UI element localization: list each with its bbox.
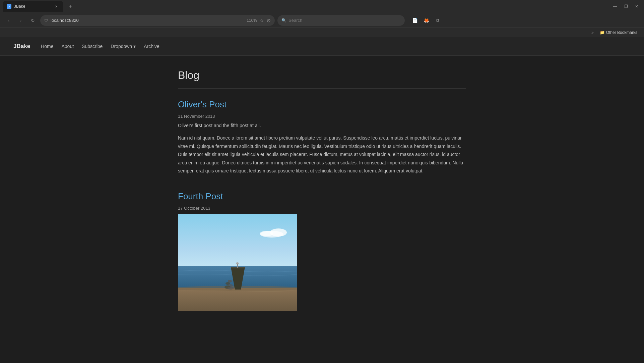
- bookmarks-overflow-button[interactable]: »: [589, 30, 596, 36]
- restore-button[interactable]: ❐: [621, 2, 631, 11]
- forward-button[interactable]: ›: [16, 16, 25, 25]
- post-date: 11 November 2013: [178, 114, 466, 119]
- svg-point-10: [236, 262, 239, 264]
- post-title-fourth-post[interactable]: Fourth Post: [178, 191, 466, 202]
- beach-image-svg: [178, 214, 297, 311]
- post-date: 17 October 2013: [178, 206, 466, 211]
- new-tab-button[interactable]: +: [66, 2, 75, 11]
- back-button[interactable]: ‹: [4, 16, 13, 25]
- firefox-account-icon[interactable]: 🦊: [422, 16, 431, 25]
- post-item: Oliver's Post 11 November 2013 Oliver's …: [178, 99, 466, 175]
- post-image: [178, 214, 297, 311]
- lock-icon: 🛡: [44, 18, 48, 22]
- toolbar-icons: 📄 🦊 ⧉: [410, 16, 442, 25]
- search-input[interactable]: [288, 18, 401, 23]
- extensions-icon[interactable]: ⧉: [433, 16, 442, 25]
- post-title-olivers-post[interactable]: Oliver's Post: [178, 99, 466, 110]
- nav-home[interactable]: Home: [41, 44, 53, 49]
- nav-about[interactable]: About: [61, 44, 74, 49]
- post-item: Fourth Post 17 October 2013: [178, 191, 466, 311]
- window-controls: — ❐ ✕: [610, 2, 641, 11]
- nav-dropdown-label: Dropdown: [111, 44, 132, 49]
- site-wrapper: JBake Home About Subscribe Dropdown ▾ Ar…: [0, 37, 644, 363]
- nav-dropdown[interactable]: Dropdown ▾: [111, 44, 136, 49]
- search-icon: 🔍: [281, 18, 286, 23]
- other-bookmarks-label: Other Bookmarks: [606, 30, 637, 35]
- pocket-icon[interactable]: ⊙: [267, 18, 271, 23]
- zoom-level: 110%: [247, 18, 257, 23]
- other-bookmarks[interactable]: 📁 Other Bookmarks: [597, 30, 640, 36]
- svg-point-3: [260, 231, 273, 236]
- bookmark-star-icon[interactable]: ☆: [260, 18, 264, 23]
- bookmarks-bar: » 📁 Other Bookmarks: [0, 28, 644, 37]
- chevron-label: »: [591, 30, 594, 35]
- browser-chrome: J JBake ✕ + — ❐ ✕ ‹ › ↻ 🛡 localhost:8820…: [0, 0, 644, 37]
- tab-close-button[interactable]: ✕: [54, 4, 59, 9]
- post-body: Nam id nisl quam. Donec a lorem sit amet…: [178, 134, 466, 175]
- tab-title: JBake: [14, 4, 25, 9]
- blog-title: Blog: [178, 69, 466, 82]
- nav-subscribe[interactable]: Subscribe: [82, 44, 103, 49]
- tab-favicon: J: [7, 4, 11, 9]
- library-icon[interactable]: 📄: [410, 16, 420, 25]
- close-button[interactable]: ✕: [632, 2, 641, 11]
- site-brand[interactable]: JBake: [13, 43, 30, 50]
- title-bar: J JBake ✕ + — ❐ ✕: [0, 0, 644, 13]
- url-display: localhost:8820: [51, 18, 244, 23]
- svg-point-11: [228, 280, 232, 282]
- svg-point-15: [227, 287, 234, 290]
- folder-icon: 📁: [600, 30, 605, 35]
- nav-archive[interactable]: Archive: [144, 44, 159, 49]
- browser-tab[interactable]: J JBake ✕: [3, 1, 63, 12]
- blog-divider: [178, 88, 466, 89]
- browser-nav-bar: ‹ › ↻ 🛡 localhost:8820 110% ☆ ⊙ 🔍 📄 🦊 ⧉: [0, 13, 644, 28]
- reload-button[interactable]: ↻: [28, 16, 38, 25]
- dropdown-arrow-icon: ▾: [133, 44, 136, 49]
- site-content: Blog Oliver's Post 11 November 2013 Oliv…: [171, 56, 473, 341]
- search-bar[interactable]: 🔍: [277, 15, 405, 26]
- post-summary: Oliver's first post and the fifth post a…: [178, 122, 466, 129]
- site-navbar: JBake Home About Subscribe Dropdown ▾ Ar…: [0, 37, 644, 56]
- address-bar[interactable]: 🛡 localhost:8820 110% ☆ ⊙: [40, 15, 275, 26]
- minimize-button[interactable]: —: [610, 2, 620, 11]
